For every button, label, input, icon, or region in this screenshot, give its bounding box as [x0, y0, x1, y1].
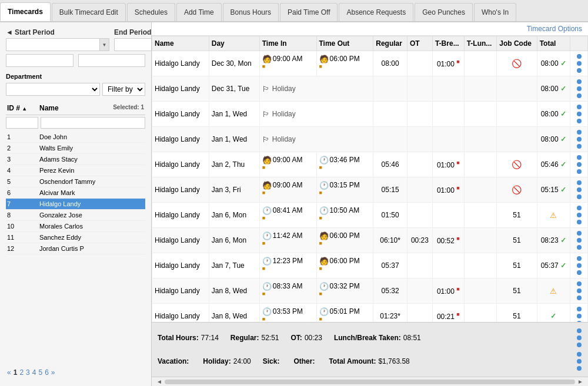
- start-date-dropdown[interactable]: ▼: [99, 39, 109, 51]
- employee-row[interactable]: 3Adams Stacy: [6, 154, 145, 165]
- nav-tab-geo-punches[interactable]: Geo Punches: [415, 3, 473, 21]
- employee-row[interactable]: 2Walts Emily: [6, 143, 145, 154]
- row-dot-3[interactable]: [577, 144, 582, 149]
- emp-name-search-input[interactable]: [41, 117, 145, 129]
- employee-row[interactable]: 10Morales Carlos: [6, 221, 145, 232]
- row-dot-2[interactable]: [577, 213, 582, 217]
- row-dot-1[interactable]: [577, 281, 582, 286]
- row-dot-1[interactable]: [577, 180, 582, 185]
- row-dot-1[interactable]: [577, 206, 582, 210]
- row-dot-1[interactable]: [577, 155, 582, 160]
- row-dot-2[interactable]: [577, 238, 582, 243]
- time-cell: 🕐03:53 PM: [262, 307, 314, 316]
- row-dot-3[interactable]: [577, 194, 582, 199]
- row-dot-1[interactable]: [577, 105, 582, 109]
- table-row[interactable]: Hidalgo LandyDec 31, Tue🏳Holiday08:00 ✓: [152, 76, 588, 102]
- row-dot-2[interactable]: [577, 187, 582, 192]
- table-row[interactable]: Hidalgo LandyJan 1, Wed🏳Holiday08:00 ✓: [152, 127, 588, 152]
- emp-id-search-input[interactable]: [6, 117, 38, 129]
- blue-dot-4[interactable]: [577, 352, 582, 357]
- blue-dot-6[interactable]: [577, 366, 582, 371]
- row-dot-1[interactable]: [577, 54, 582, 59]
- nav-tab-timecards[interactable]: Timecards: [0, 2, 51, 21]
- row-dot-3[interactable]: [577, 119, 582, 123]
- nav-tab-whos-in[interactable]: Who's In: [474, 3, 516, 21]
- row-dot-3[interactable]: [577, 169, 582, 174]
- row-dot-3[interactable]: [577, 68, 582, 73]
- nav-tab-bonus-hours[interactable]: Bonus Hours: [223, 3, 279, 21]
- row-dot-1[interactable]: [577, 307, 582, 311]
- employee-name: Hidalgo Landy: [39, 200, 144, 207]
- time-cell: 🕐11:42 AM: [262, 231, 314, 240]
- start-time-field[interactable]: 12:00 AM: [9, 56, 71, 65]
- table-row[interactable]: Hidalgo LandyJan 6, Mon🕐11:42 AM■🧑06:00 …: [152, 228, 588, 253]
- end-date-field[interactable]: 1/11/2020: [115, 39, 152, 51]
- row-dot-3[interactable]: [577, 245, 582, 250]
- row-dot-1[interactable]: [577, 256, 582, 261]
- blue-dot-1[interactable]: [577, 328, 582, 333]
- time-value: 05:01 PM: [330, 307, 360, 315]
- page-3[interactable]: 3: [26, 368, 30, 377]
- blue-dot-5[interactable]: [577, 359, 582, 364]
- row-dot-3[interactable]: [577, 220, 582, 224]
- employee-row[interactable]: 11Sanchez Eddy: [6, 232, 145, 243]
- page-2[interactable]: 2: [19, 368, 24, 377]
- row-dot-2[interactable]: [577, 86, 582, 91]
- end-time-input[interactable]: 11:59 PM: [78, 54, 146, 67]
- row-dot-3[interactable]: [577, 270, 582, 275]
- filter-by-select[interactable]: Filter by: [102, 83, 145, 96]
- row-dot-1[interactable]: [577, 130, 582, 135]
- row-dot-3[interactable]: [577, 93, 582, 98]
- blue-dot-2[interactable]: [577, 335, 582, 340]
- employee-row[interactable]: 6Alcivar Mark: [6, 187, 145, 199]
- page-1[interactable]: 1: [14, 368, 18, 377]
- page-prev-prev[interactable]: «: [7, 368, 11, 377]
- start-date-input[interactable]: 12/29/2019 ▼: [6, 38, 109, 51]
- page-4[interactable]: 4: [32, 368, 36, 377]
- nav-tab-paid-time-off[interactable]: Paid Time Off: [280, 3, 338, 21]
- start-date-field[interactable]: 12/29/2019: [6, 39, 99, 51]
- row-dot-1[interactable]: [577, 79, 582, 84]
- table-row[interactable]: Hidalgo LandyJan 6, Mon🕐08:41 AM■🕐10:50 …: [152, 203, 588, 228]
- h-scrollbar[interactable]: ◄ ►: [152, 377, 588, 386]
- blue-dot-3[interactable]: [577, 343, 582, 347]
- table-row[interactable]: Hidalgo LandyJan 7, Tue🕐12:23 PM■🧑06:00 …: [152, 253, 588, 278]
- nav-tab-bulk-timecard-edit[interactable]: Bulk Timecard Edit: [52, 3, 126, 21]
- row-dot-2[interactable]: [577, 112, 582, 116]
- row-dot-2[interactable]: [577, 137, 582, 142]
- scroll-right-icon[interactable]: ►: [575, 378, 586, 385]
- row-dot-2[interactable]: [577, 314, 582, 318]
- employee-row[interactable]: 12Jordan Curtis P: [6, 243, 145, 254]
- table-row[interactable]: Hidalgo LandyJan 8, Wed🕐08:33 AM■🕐03:32 …: [152, 278, 588, 304]
- employee-row[interactable]: 5Oschendorf Tammy: [6, 176, 145, 187]
- cell-jobcode: 51: [497, 253, 537, 278]
- timecard-options-link[interactable]: Timecard Options: [527, 25, 582, 33]
- scrollbar-track[interactable]: [165, 380, 575, 384]
- table-row[interactable]: Hidalgo LandyJan 8, Wed🕐03:53 PM■🕐05:01 …: [152, 304, 588, 323]
- page-5[interactable]: 5: [38, 368, 42, 377]
- table-row[interactable]: Hidalgo LandyJan 2, Thu🧑09:00 AM■🕐03:46 …: [152, 152, 588, 177]
- employee-row[interactable]: 7Hidalgo Landy: [6, 199, 145, 210]
- row-dot-2[interactable]: [577, 61, 582, 66]
- table-row[interactable]: Hidalgo LandyDec 30, Mon🧑09:00 AM■🧑06:00…: [152, 51, 588, 76]
- end-time-field[interactable]: 11:59 PM: [81, 56, 143, 65]
- table-row[interactable]: Hidalgo LandyJan 1, Wed🏳Holiday08:00 ✓: [152, 102, 588, 127]
- row-dot-2[interactable]: [577, 162, 582, 167]
- end-date-input[interactable]: 1/11/2020 ▼: [114, 38, 152, 51]
- employee-row[interactable]: 8Gonzalez Jose: [6, 210, 145, 221]
- row-dot-3[interactable]: [577, 296, 582, 300]
- employee-row[interactable]: 1Doe John: [6, 132, 145, 143]
- nav-tab-absence-requests[interactable]: Absence Requests: [339, 3, 413, 21]
- department-select[interactable]: [6, 83, 100, 96]
- row-dot-2[interactable]: [577, 288, 582, 293]
- page-6[interactable]: 6: [45, 368, 49, 377]
- employee-row[interactable]: 4Perez Kevin: [6, 165, 145, 176]
- nav-tab-add-time[interactable]: Add Time: [176, 3, 222, 21]
- row-dot-2[interactable]: [577, 263, 582, 268]
- start-time-input[interactable]: 12:00 AM: [6, 54, 74, 67]
- row-dot-1[interactable]: [577, 231, 582, 236]
- page-next-next[interactable]: »: [51, 368, 55, 377]
- table-row[interactable]: Hidalgo LandyJan 3, Fri🧑09:00 AM■🕐03:15 …: [152, 177, 588, 203]
- scroll-left-icon[interactable]: ◄: [154, 378, 165, 385]
- nav-tab-schedules[interactable]: Schedules: [127, 3, 175, 21]
